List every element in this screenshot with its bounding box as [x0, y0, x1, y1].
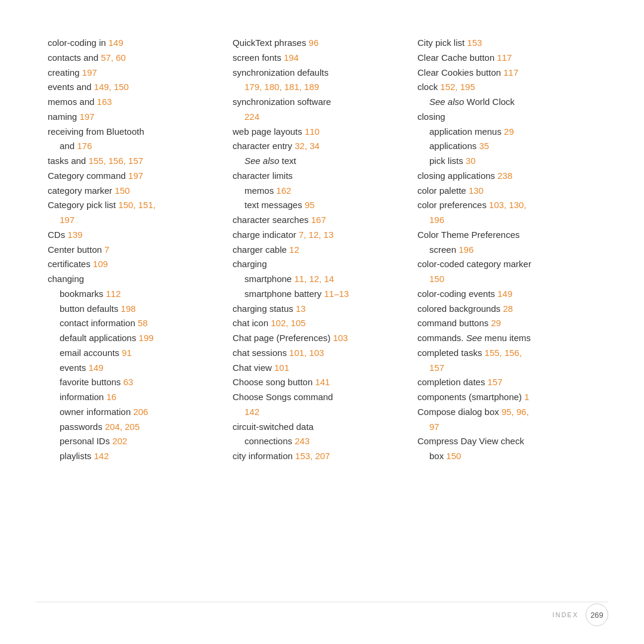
entry-label: button defaults [60, 304, 121, 314]
list-item: bookmarks 112 [60, 287, 221, 302]
page-ref: 179, 180, 181, 189 [244, 82, 319, 92]
page-ref: 130 [469, 185, 484, 196]
page-ref: 150 [446, 451, 461, 461]
entry-label: information [60, 392, 106, 402]
page-ref: 103, 130, [489, 200, 527, 210]
page-ref: 28 [503, 304, 513, 314]
list-item: See also World Clock [429, 95, 590, 110]
entry-label: contacts and [48, 52, 101, 63]
entry-label: connections [244, 436, 295, 446]
list-item: colored backgrounds 28 [417, 302, 590, 317]
page-ref: 155, 156, 157 [88, 156, 143, 166]
entry-label: Color Theme Preferences [417, 230, 519, 240]
list-item: box 150 [429, 449, 590, 464]
entry-label: completed tasks [417, 348, 485, 358]
list-item: playlists 142 [60, 449, 221, 464]
list-item: Compress Day View check [417, 434, 590, 449]
entry-text: commands. [417, 333, 466, 343]
list-item: email accounts 91 [60, 346, 221, 361]
entry-label: personal IDs [60, 436, 112, 446]
list-item: category marker 150 [48, 184, 221, 199]
entry-text: text [279, 156, 296, 166]
entry-label: naming [48, 112, 79, 122]
entry-label: and [60, 141, 77, 151]
index-label: INDEX [552, 611, 578, 618]
page-ref: 1 [524, 392, 529, 402]
page-ref: 7, 12, 13 [299, 230, 333, 240]
list-item: 196 [429, 213, 590, 228]
page-ref: 11–13 [324, 289, 349, 299]
list-item: 142 [244, 405, 405, 420]
page-ref: 150 [429, 274, 444, 284]
entry-label: smartphone [244, 274, 294, 284]
list-item: commands. See menu items [417, 331, 590, 346]
entry-label: Category command [48, 171, 128, 181]
list-item: character limits [233, 169, 405, 184]
page-ref: 176 [77, 141, 92, 151]
entry-label: Chat page (Preferences) [233, 333, 333, 343]
entry-label: synchronization software [233, 97, 331, 107]
entry-label: screen [429, 244, 459, 255]
entry-label: Clear Cache button [417, 52, 497, 63]
entry-label: components (smartphone) [417, 392, 524, 402]
page-ref: 95 [305, 200, 315, 210]
entry-label: character searches [233, 215, 311, 225]
entry-label: memos [244, 185, 276, 196]
page-ref: 117 [503, 67, 518, 78]
page-ref: 149 [109, 38, 123, 48]
list-item: events and 149, 150 [48, 80, 221, 95]
list-item: charger cable 12 [233, 243, 405, 258]
entry-label: synchronization defaults [233, 67, 329, 78]
page-ref: 196 [429, 215, 444, 225]
list-item: screen 196 [429, 243, 590, 258]
page-ref: 152, 195 [440, 82, 475, 92]
list-item: creating 197 [48, 66, 221, 80]
page-ref: 91 [122, 348, 132, 358]
list-item: color-coded category marker [417, 257, 590, 272]
list-item: Category pick list 150, 151, [48, 198, 221, 213]
page-ref: 7 [104, 244, 109, 255]
page-ref: 157 [488, 377, 503, 387]
entry-label: color-coding in [48, 38, 109, 48]
entry-label: owner information [60, 407, 133, 417]
page-ref: 139 [67, 230, 82, 240]
list-item: color-coding events 149 [417, 287, 590, 302]
entry-label: default applications [60, 333, 139, 343]
entry-label: events and [48, 82, 94, 92]
list-item: 157 [429, 361, 590, 376]
entry-label: smartphone battery [244, 289, 324, 299]
page-ref: 202 [112, 436, 127, 446]
page-ref: 153, 207 [295, 451, 330, 461]
entry-label: receiving from Bluetooth [48, 126, 144, 137]
entry-label: Choose Songs command [233, 392, 333, 402]
entry-label: Choose song button [233, 377, 315, 387]
list-item: Chat page (Preferences) 103 [233, 331, 405, 346]
page-ref: 63 [123, 377, 134, 387]
page-number: 269 [586, 603, 608, 626]
entry-label: chat sessions [233, 348, 289, 358]
see-also-label: See also [244, 156, 279, 166]
entry-label: charging status [233, 304, 296, 314]
entry-label: City pick list [417, 38, 467, 48]
list-item: chat sessions 101, 103 [233, 346, 405, 361]
entry-label: playlists [60, 451, 94, 461]
list-item: closing [417, 110, 590, 125]
entry-label: email accounts [60, 348, 122, 358]
page-ref: 29 [504, 126, 514, 137]
list-item: Compose dialog box 95, 96, [417, 405, 590, 420]
list-item: naming 197 [48, 110, 221, 125]
list-item: synchronization software [233, 95, 405, 110]
list-item: 150 [429, 272, 590, 287]
page-ref: 150 [115, 185, 130, 196]
page-ref: 29 [491, 318, 501, 328]
entry-label: box [429, 451, 446, 461]
page-ref: 196 [459, 244, 473, 255]
page-ref: 149, 150 [94, 82, 129, 92]
list-item: Center button 7 [48, 243, 221, 258]
entry-label: city information [233, 451, 295, 461]
entry-label: charging [233, 259, 267, 269]
list-item: completed tasks 155, 156, [417, 346, 590, 361]
list-item: Clear Cookies button 117 [417, 66, 590, 80]
list-item: information 16 [60, 390, 221, 405]
page-ref: 149 [88, 363, 103, 373]
